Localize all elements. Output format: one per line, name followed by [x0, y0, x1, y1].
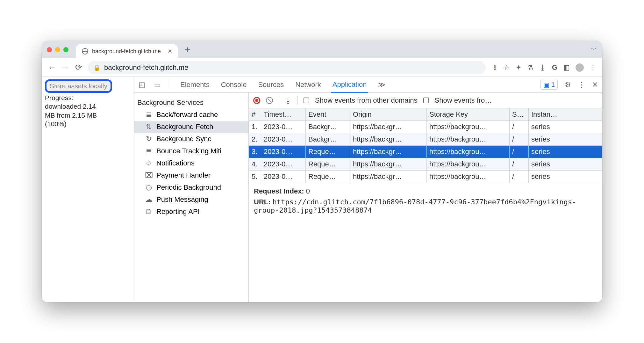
- issues-badge[interactable]: ▣ 1: [540, 80, 558, 90]
- sidebar-icon: ◷: [145, 183, 153, 192]
- sidepanel-icon[interactable]: ◧: [563, 63, 570, 72]
- table-cell: https://backgr…: [350, 171, 427, 183]
- sidebar-item-label: Back/forward cache: [156, 111, 218, 119]
- record-button[interactable]: [253, 97, 260, 104]
- tab-elements[interactable]: Elements: [179, 77, 211, 92]
- table-cell: Backgr…: [306, 133, 350, 146]
- table-cell: 2023-0…: [261, 158, 306, 171]
- reload-button[interactable]: ⟳: [74, 62, 83, 72]
- window-close-button[interactable]: [47, 47, 52, 52]
- table-cell: https://backgrou…: [427, 158, 510, 171]
- close-tab-icon[interactable]: ×: [168, 47, 172, 55]
- labs-icon[interactable]: ⚗: [527, 63, 533, 72]
- browser-tab[interactable]: background-fetch.glitch.me ×: [76, 44, 178, 58]
- background-fetch-panel: ⭳ Show events from other domains Show ev…: [249, 93, 602, 302]
- browser-window: background-fetch.glitch.me × + ﹀ ← → ⟳ 🔒…: [42, 41, 602, 302]
- clear-button[interactable]: [266, 97, 273, 104]
- table-row[interactable]: 3.2023-0…Reque…https://backgr…https://ba…: [249, 146, 602, 158]
- traffic-lights: [47, 47, 68, 52]
- sidebar-icon: ⇅: [145, 123, 153, 131]
- show-events-from-checkbox[interactable]: [423, 98, 429, 103]
- table-cell: https://backgr…: [350, 146, 427, 158]
- event-detail: Request Index: 0 URL: https://cdn.glitch…: [249, 183, 602, 218]
- tab-console[interactable]: Console: [220, 77, 248, 92]
- extensions-icon[interactable]: ✦: [516, 63, 521, 72]
- col-instance[interactable]: Instan…: [529, 108, 602, 121]
- sidebar-item-label: Notifications: [156, 159, 195, 167]
- sidebar-item-back-forward-cache[interactable]: ≣Back/forward cache: [134, 109, 248, 121]
- table-cell: 2023-0…: [261, 121, 306, 133]
- sidebar-item-push-messaging[interactable]: ☁Push Messaging: [134, 193, 248, 206]
- devtools-panel: ◰ ▭ Elements Console Sources Network App…: [134, 77, 602, 302]
- sidebar-item-payment-handler[interactable]: ⌧Payment Handler: [134, 169, 248, 181]
- google-icon[interactable]: G: [552, 63, 557, 72]
- address-bar: ← → ⟳ 🔒 background-fetch.glitch.me ⇪ ☆ ✦…: [42, 58, 602, 77]
- table-cell: /: [510, 146, 529, 158]
- devtools-tabbar: ◰ ▭ Elements Console Sources Network App…: [134, 77, 602, 93]
- table-cell: 2.: [249, 133, 261, 146]
- show-other-domains-checkbox[interactable]: [304, 98, 309, 103]
- inspect-icon[interactable]: ◰: [139, 81, 145, 89]
- device-toggle-icon[interactable]: ▭: [154, 81, 161, 89]
- store-assets-button[interactable]: Store assets locally: [45, 79, 112, 93]
- col-timestamp[interactable]: Timest…: [261, 108, 306, 121]
- sidebar-icon: ≣: [145, 147, 153, 155]
- col-sw-scope[interactable]: S…: [510, 108, 529, 121]
- globe-icon: [82, 48, 88, 55]
- sidebar-item-label: Background Sync: [156, 135, 211, 143]
- table-row[interactable]: 4.2023-0…Reque…https://backgr…https://ba…: [249, 158, 602, 171]
- table-header-row: # Timest… Event Origin Storage Key S… In…: [249, 108, 602, 121]
- kebab-menu-icon[interactable]: ⋮: [590, 63, 597, 72]
- back-button[interactable]: ←: [47, 62, 56, 72]
- page-content: Store assets locally Progress: downloade…: [42, 77, 134, 302]
- col-event[interactable]: Event: [306, 108, 350, 121]
- progress-text: Progress: downloaded 2.14 MB from 2.15 M…: [45, 93, 131, 128]
- tab-application[interactable]: Application: [331, 77, 368, 93]
- sidebar-item-background-sync[interactable]: ↻Background Sync: [134, 133, 248, 145]
- table-row[interactable]: 2.2023-0…Backgr…https://backgr…https://b…: [249, 133, 602, 146]
- window-zoom-button[interactable]: [63, 47, 68, 52]
- tabs-overflow[interactable]: ≫: [377, 77, 387, 92]
- url-label: URL:: [254, 198, 271, 206]
- table-row[interactable]: 1.2023-0…Backgr…https://backgr…https://b…: [249, 121, 602, 133]
- omnibox[interactable]: 🔒 background-fetch.glitch.me: [88, 61, 486, 74]
- sidebar-item-reporting-api[interactable]: 🗎Reporting API: [134, 206, 248, 218]
- table-cell: /: [510, 121, 529, 133]
- new-tab-button[interactable]: +: [185, 44, 190, 55]
- col-origin[interactable]: Origin: [350, 108, 427, 121]
- devtools-close-icon[interactable]: ✕: [592, 81, 598, 89]
- sidebar-item-label: Periodic Background: [156, 183, 221, 192]
- table-cell: series: [529, 133, 602, 146]
- forward-button[interactable]: →: [61, 62, 70, 72]
- profile-avatar[interactable]: [576, 63, 584, 72]
- divider: [170, 80, 170, 89]
- devtools-menu-icon[interactable]: ⋮: [578, 81, 585, 89]
- table-cell: Reque…: [306, 158, 350, 171]
- tab-sources[interactable]: Sources: [257, 77, 285, 92]
- settings-icon[interactable]: ⚙: [565, 81, 571, 89]
- table-cell: series: [529, 121, 602, 133]
- table-cell: 2023-0…: [261, 133, 306, 146]
- col-storage-key[interactable]: Storage Key: [427, 108, 510, 121]
- show-other-domains-label: Show events from other domains: [315, 96, 418, 105]
- sidebar-item-notifications[interactable]: ♤Notifications: [134, 157, 248, 169]
- bookmark-icon[interactable]: ☆: [504, 63, 510, 72]
- table-row[interactable]: 5.2023-0…Reque…https://backgr…https://ba…: [249, 171, 602, 183]
- share-icon[interactable]: ⇪: [492, 63, 498, 72]
- save-events-icon[interactable]: ⭳: [285, 96, 292, 105]
- sidebar-item-label: Reporting API: [156, 208, 200, 216]
- download-icon[interactable]: ⭳: [539, 63, 546, 72]
- table-cell: https://backgr…: [350, 121, 427, 133]
- sidebar-item-background-fetch[interactable]: ⇅Background Fetch: [134, 121, 248, 133]
- table-cell: https://backgrou…: [427, 133, 510, 146]
- window-minimize-button[interactable]: [55, 47, 60, 52]
- col-num[interactable]: #: [249, 108, 261, 121]
- table-cell: https://backgr…: [350, 133, 427, 146]
- sidebar-item-periodic-background[interactable]: ◷Periodic Background: [134, 181, 248, 193]
- sidebar-item-bounce-tracking-miti[interactable]: ≣Bounce Tracking Miti: [134, 145, 248, 157]
- tabs-dropdown-icon[interactable]: ﹀: [591, 45, 597, 54]
- url-value: https://cdn.glitch.com/7f1b6896-078d-477…: [254, 198, 576, 214]
- table-cell: https://backgrou…: [427, 171, 510, 183]
- tab-network[interactable]: Network: [294, 77, 322, 92]
- sidebar-item-label: Payment Handler: [156, 171, 211, 179]
